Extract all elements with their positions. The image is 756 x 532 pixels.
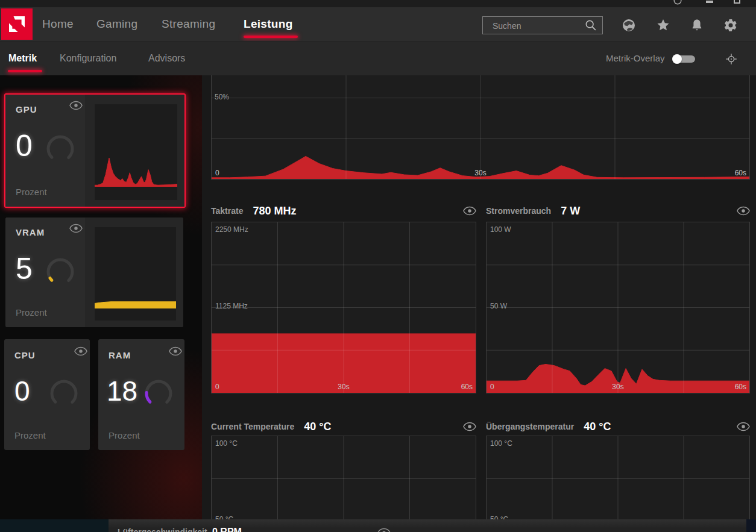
help-icon[interactable]	[673, 0, 682, 5]
visibility-icon[interactable]	[69, 101, 83, 110]
panel-title: Current Temperature	[211, 422, 294, 431]
minimize-icon[interactable]	[706, 1, 713, 3]
crosshair-icon[interactable]	[725, 53, 737, 65]
metric-label: RAM	[109, 350, 131, 360]
visibility-icon[interactable]	[377, 528, 391, 532]
ram-gauge	[144, 379, 173, 408]
metric-value: 18	[107, 375, 137, 407]
metric-unit: Prozent	[16, 307, 47, 318]
top-nav: Home Gaming Streaming Leistung	[0, 7, 756, 41]
star-icon[interactable]	[656, 18, 670, 33]
nav-item-home[interactable]: Home	[42, 7, 74, 41]
stromverbrauch-chart: 100 W 50 W 0 30s 60s	[486, 222, 750, 393]
tab-konfiguration[interactable]: Konfiguration	[60, 42, 116, 75]
gpu-sparkline	[95, 104, 177, 187]
visibility-icon[interactable]	[169, 346, 182, 356]
metric-unit: Prozent	[109, 430, 140, 440]
metric-label: GPU	[16, 104, 37, 114]
visibility-icon[interactable]	[463, 206, 476, 216]
panel-header-stromverbrauch: Stromverbrauch 7 W	[486, 198, 750, 224]
window-titlebar	[0, 0, 756, 7]
globe-icon[interactable]	[622, 18, 636, 33]
metric-unit: Prozent	[16, 187, 47, 197]
vram-gauge	[46, 257, 75, 286]
panel-header-taktrate: Taktrate 780 MHz	[211, 198, 476, 224]
visibility-icon[interactable]	[74, 346, 87, 356]
visibility-icon[interactable]	[463, 422, 476, 431]
metric-value: 0	[14, 375, 30, 407]
vram-card-info: VRAM 5 Prozent	[5, 217, 85, 327]
metric-card-vram[interactable]: VRAM 5 Prozent	[5, 217, 183, 327]
panel-title: Stromverbrauch	[486, 206, 551, 216]
vram-sparkline	[95, 227, 176, 308]
visibility-icon[interactable]	[737, 422, 750, 431]
amd-logo[interactable]	[1, 8, 33, 40]
panel-title: Taktrate	[211, 206, 243, 216]
nav-item-gaming[interactable]: Gaming	[96, 7, 137, 41]
visibility-icon[interactable]	[69, 224, 83, 233]
taktrate-chart: 2250 MHz 1125 MHz 0 30s 60s	[211, 222, 476, 393]
panel-value: 40 °C	[584, 421, 611, 433]
search-box	[482, 16, 603, 34]
gpu-card-info: GPU 0 Prozent	[5, 95, 85, 207]
gpu-gauge	[46, 134, 75, 163]
panel-value: 780 MHz	[253, 205, 296, 217]
panel-value: 0 RPM	[212, 527, 242, 532]
current-temperature-chart: 100 °C 50 °C	[211, 436, 476, 532]
gpu-utilization-chart: 50% 0 30s 60s	[211, 75, 750, 180]
gear-icon[interactable]	[723, 18, 738, 33]
uebergangstemperatur-chart: 100 °C 50 °C	[486, 436, 750, 532]
search-icon[interactable]	[584, 19, 597, 32]
active-subtab-underline	[8, 70, 42, 72]
metric-card-cpu[interactable]: CPU 0 Prozent	[4, 339, 90, 450]
bell-icon[interactable]	[690, 18, 704, 33]
panel-title: Lüftergeschwindigkeit	[118, 527, 207, 532]
tab-advisors[interactable]: Advisors	[148, 42, 185, 75]
nav-item-streaming[interactable]: Streaming	[162, 7, 215, 41]
active-tab-underline	[244, 36, 298, 38]
metric-card-ram[interactable]: RAM 18 Prozent	[98, 339, 184, 450]
vram-card-sparkline-pane	[85, 217, 183, 327]
toggle-knob	[672, 54, 682, 64]
metric-label: VRAM	[16, 227, 45, 237]
gpu-card-sparkline-pane	[85, 95, 184, 207]
maximize-icon[interactable]	[734, 0, 740, 4]
panel-value: 7 W	[561, 205, 580, 217]
panel-title: Übergangstemperatur	[486, 422, 574, 431]
search-input[interactable]	[491, 17, 578, 35]
fan-speed-header-partial: Lüftergeschwindigkeit 0 RPM	[109, 519, 746, 532]
metric-card-gpu[interactable]: GPU 0 Prozent	[4, 93, 186, 208]
metric-unit: Prozent	[14, 430, 46, 440]
visibility-icon[interactable]	[737, 206, 750, 216]
cpu-gauge	[49, 379, 78, 408]
background-strip-right	[746, 519, 756, 532]
amd-arrow-icon	[8, 15, 26, 33]
background-strip-left	[0, 519, 109, 532]
panel-value: 40 °C	[304, 421, 331, 433]
metrics-sidebar: GPU 0 Prozent VRAM 5 Prozent CPU 0 Proze…	[0, 75, 202, 532]
metric-value: 0	[16, 128, 33, 163]
metric-label: CPU	[14, 350, 36, 360]
sub-nav: Metrik Konfiguration Advisors Metrik-Ove…	[0, 41, 756, 75]
metrik-overlay-label: Metrik-Overlay	[606, 42, 665, 75]
metric-value: 5	[16, 251, 33, 286]
metrik-overlay-toggle[interactable]	[673, 55, 695, 63]
